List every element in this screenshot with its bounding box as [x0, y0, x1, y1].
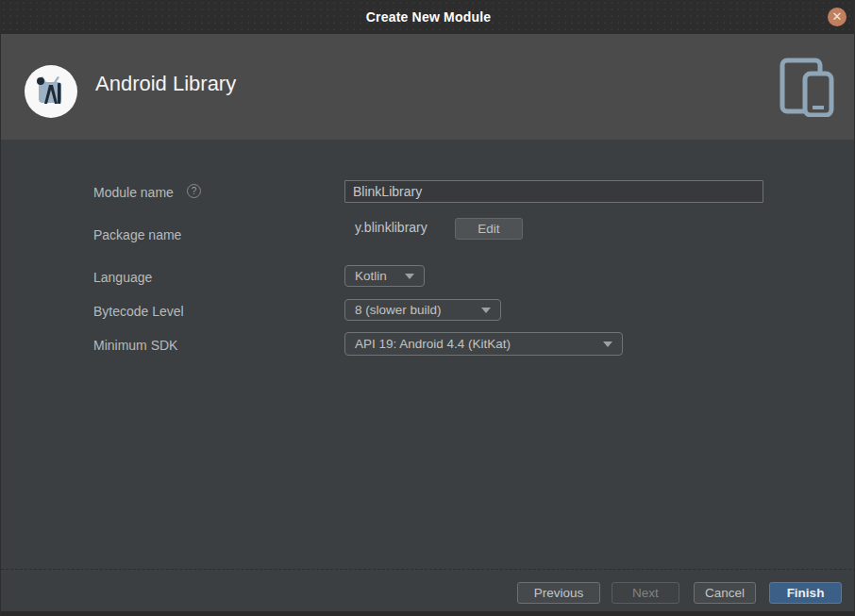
minimum-sdk-label: Minimum SDK — [93, 338, 177, 353]
next-button: Next — [612, 582, 679, 604]
bytecode-selected-value: 8 (slower build) — [355, 303, 442, 317]
package-name-value: y.blinklibrary — [355, 220, 428, 235]
chevron-down-icon — [481, 308, 491, 313]
window-bottom-edge — [1, 611, 855, 616]
language-dropdown[interactable]: Kotlin — [344, 265, 425, 287]
page-title: Android Library — [95, 34, 236, 140]
bytecode-level-label: Bytecode Level — [93, 304, 184, 319]
minimum-sdk-dropdown[interactable]: API 19: Android 4.4 (KitKat) — [344, 332, 623, 356]
finish-button[interactable]: Finish — [769, 582, 842, 604]
bytecode-level-dropdown[interactable]: 8 (slower build) — [344, 299, 501, 321]
close-icon[interactable]: ✕ — [828, 8, 847, 26]
chevron-down-icon — [405, 274, 414, 279]
chevron-down-icon — [603, 341, 612, 347]
edit-package-button[interactable]: Edit — [455, 218, 523, 240]
wizard-header: Android Library — [1, 34, 855, 140]
android-library-icon — [25, 65, 77, 118]
package-name-label: Package name — [93, 227, 181, 242]
language-label: Language — [93, 270, 152, 285]
tablet-phone-icon — [779, 55, 835, 121]
cancel-button[interactable]: Cancel — [694, 582, 756, 604]
title-bar: Create New Module ✕ — [1, 0, 855, 34]
module-name-input[interactable] — [344, 180, 763, 203]
footer-divider — [1, 569, 855, 570]
previous-button[interactable]: Previous — [517, 582, 600, 604]
help-icon[interactable]: ? — [187, 184, 201, 198]
minsdk-selected-value: API 19: Android 4.4 (KitKat) — [355, 337, 511, 351]
language-selected-value: Kotlin — [355, 269, 387, 283]
create-new-module-dialog: Create New Module ✕ Android Library — [0, 0, 855, 616]
window-title: Create New Module — [1, 0, 855, 34]
module-name-label: Module name — [93, 185, 174, 200]
